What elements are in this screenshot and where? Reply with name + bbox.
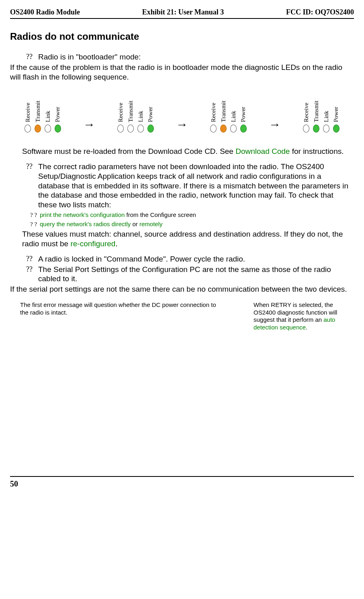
led-group-4: Receive Transmit Link Power — [303, 100, 340, 133]
page-number: 50 — [10, 479, 18, 488]
bullet-text: The correct radio parameters have not be… — [38, 162, 354, 210]
led-label-link: Link — [323, 100, 330, 122]
led-label-transmit: Transmit — [313, 100, 320, 122]
led-label-receive: Receive — [24, 100, 32, 122]
led-label-power: Power — [239, 100, 247, 122]
led-label-link: Link — [137, 100, 145, 122]
led-link-off — [230, 125, 237, 133]
led-label-transmit: Transmit — [127, 100, 135, 122]
led-power-on — [333, 125, 339, 133]
bullet-bootloader: ?? Radio is in "bootloader" mode: — [26, 52, 354, 62]
led-link-off — [45, 125, 51, 133]
sub-bullet-mark: ? ? — [30, 221, 40, 228]
led-transmit-off — [127, 125, 134, 133]
led-label-power: Power — [54, 100, 61, 122]
serial-port-desc: If the serial port settings are not the … — [10, 284, 354, 294]
text-span: . — [115, 239, 117, 248]
led-sequence-diagram: Receive Transmit Link Power → Receive Tr… — [14, 100, 350, 133]
led-label-transmit: Transmit — [220, 100, 227, 122]
text-span: or — [131, 221, 139, 227]
text-span: . — [306, 324, 307, 331]
bullet-mark: ?? — [26, 52, 38, 62]
led-label-receive: Receive — [117, 100, 125, 122]
led-label-transmit: Transmit — [34, 100, 42, 122]
bullet-text: A radio is locked in "Command Mode". Pow… — [38, 254, 354, 264]
query-remotely-link[interactable]: remotely — [139, 221, 163, 227]
header-right: FCC ID: OQ7OS2400 — [286, 8, 354, 16]
two-column-notes: The first error message will question wh… — [10, 301, 354, 331]
reload-instruction: Software must be re-loaded from the Down… — [22, 147, 354, 156]
led-label-receive: Receive — [210, 100, 217, 122]
sub-bullet-content: query the network's radios directly or r… — [40, 221, 354, 228]
bullet-text: The Serial Port Settings of the Configur… — [38, 265, 354, 284]
text-span: Software must be re-loaded from the Down… — [22, 147, 235, 155]
led-receive-off — [117, 125, 124, 133]
arrow-icon: → — [176, 101, 188, 132]
led-label-link: Link — [230, 100, 237, 122]
sub-bullet-print: ? ? print the network's configuration fr… — [30, 211, 354, 219]
print-config-link[interactable]: print the network's configuration — [40, 211, 125, 218]
query-directly-link[interactable]: query the network's radios directly — [40, 221, 131, 227]
bullet-params: ?? The correct radio parameters have not… — [26, 162, 354, 210]
arrow-icon: → — [83, 101, 95, 132]
text-span: from the Configure screen — [125, 211, 196, 218]
led-power-on — [240, 125, 247, 133]
led-group-1: Receive Transmit Link Power — [24, 100, 61, 133]
led-receive-off — [210, 125, 217, 133]
bullet-serial-port: ?? The Serial Port Settings of the Confi… — [26, 265, 354, 284]
led-group-2: Receive Transmit Link Power — [117, 100, 154, 133]
sub-bullet-content: print the network's configuration from t… — [40, 211, 354, 219]
led-transmit-on — [35, 125, 41, 133]
bullet-mark: ?? — [26, 162, 38, 210]
led-label-receive: Receive — [303, 100, 310, 122]
text-span: for instructions. — [290, 147, 344, 155]
arrow-icon: → — [269, 101, 281, 132]
led-link-off — [323, 125, 329, 133]
values-match: These values must match: channel, source… — [22, 229, 354, 249]
led-receive-off — [25, 125, 31, 133]
bootloader-desc: If the cause of the problem is that the … — [10, 63, 354, 82]
led-group-3: Receive Transmit Link Power — [210, 100, 247, 133]
reconfigured-link[interactable]: re-configured — [70, 239, 115, 248]
header-center: Exhibit 21: User Manual 3 — [142, 8, 224, 16]
led-power-on — [55, 125, 61, 133]
bullet-command-mode: ?? A radio is locked in "Command Mode". … — [26, 254, 354, 264]
led-label-power: Power — [147, 100, 154, 122]
sub-bullet-mark: ? ? — [30, 211, 40, 219]
led-receive-off — [303, 125, 309, 133]
sub-bullet-query: ? ? query the network's radios directly … — [30, 221, 354, 228]
page-header: OS2400 Radio Module Exhibit 21: User Man… — [10, 8, 354, 19]
note-retry: When RETRY is selected, the OS2400 diagn… — [254, 301, 354, 331]
download-code-link[interactable]: Download Code — [235, 147, 290, 155]
note-dc-power: The first error message will question wh… — [20, 301, 217, 331]
led-label-link: Link — [44, 100, 52, 122]
led-power-on — [147, 125, 154, 133]
header-left: OS2400 Radio Module — [10, 8, 80, 16]
section-title: Radios do not communicate — [10, 31, 354, 42]
page-footer: 50 — [10, 476, 354, 489]
led-transmit-green — [313, 125, 319, 133]
bullet-mark: ?? — [26, 254, 38, 264]
led-link-off — [137, 125, 144, 133]
bullet-mark: ?? — [26, 265, 38, 284]
led-transmit-on — [220, 125, 227, 133]
bullet-text: Radio is in "bootloader" mode: — [38, 52, 354, 62]
led-label-power: Power — [332, 100, 340, 122]
